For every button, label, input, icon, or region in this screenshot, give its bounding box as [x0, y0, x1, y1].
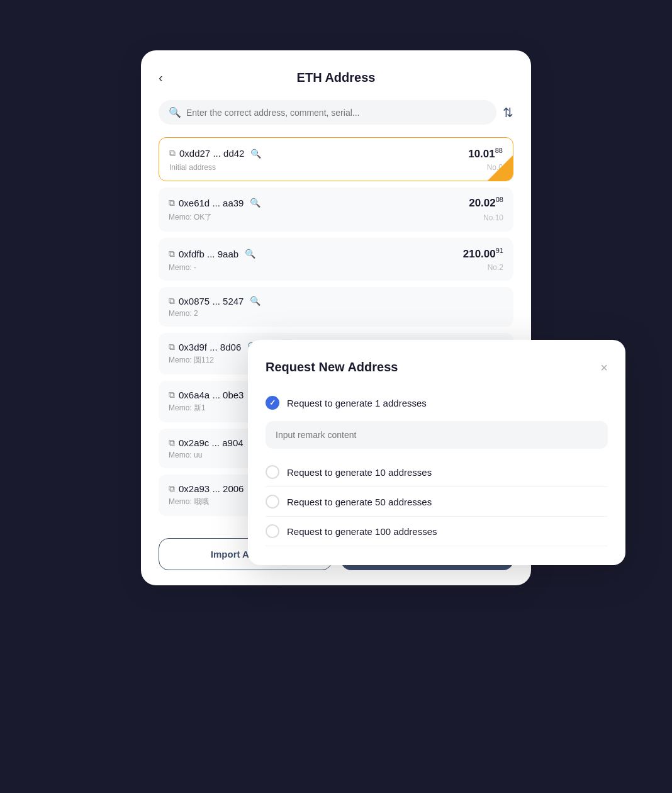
memo-row: Memo: 2: [169, 309, 503, 318]
divider: [266, 486, 608, 487]
address-left: ⧉ 0xfdfb ... 9aab 🔍: [169, 249, 255, 259]
search-address-icon[interactable]: 🔍: [250, 296, 260, 306]
memo-text: Memo: 哦哦: [169, 497, 209, 507]
memo-row: Initial address No.0: [169, 163, 503, 172]
radio-circle: [266, 465, 279, 479]
amount-value: 20.0208: [469, 197, 503, 209]
address-row: ⧉ 0xdd27 ... dd42 🔍 10.0188: [169, 147, 503, 160]
address-row: ⧉ 0xfdfb ... 9aab 🔍 210.0091: [169, 247, 503, 261]
active-corner-tag: [488, 155, 513, 181]
copy-icon[interactable]: ⧉: [169, 198, 175, 208]
back-button[interactable]: ‹: [159, 70, 163, 85]
address-row: ⧉ 0xe61d ... aa39 🔍 20.0208: [169, 196, 503, 210]
radio-option[interactable]: Request to generate 10 addresses: [266, 459, 608, 485]
radio-option[interactable]: Request to generate 50 addresses: [266, 488, 608, 515]
memo-text: Memo: OK了: [169, 212, 212, 223]
filter-icon[interactable]: ⇅: [503, 105, 513, 120]
address-left: ⧉ 0xe61d ... aa39 🔍: [169, 198, 260, 208]
search-address-icon[interactable]: 🔍: [250, 149, 261, 159]
address-item[interactable]: ⧉ 0xe61d ... aa39 🔍 20.0208 Memo: OK了 No…: [159, 188, 513, 232]
address-item[interactable]: ⧉ 0x0875 ... 5247 🔍 Memo: 2: [159, 287, 513, 327]
address-item[interactable]: ⧉ 0xdd27 ... dd42 🔍 10.0188 Initial addr…: [159, 137, 513, 181]
modal-options: Request to generate 1 addresses Request …: [266, 390, 608, 546]
main-container: ‹ ETH Address 🔍 ⇅ ⧉ 0xdd27 ... dd42 🔍 10…: [122, 50, 550, 743]
address-text: 0x2a9c ... a904: [179, 437, 244, 448]
no-label: No.10: [483, 213, 503, 222]
memo-text: Memo: 2: [169, 309, 198, 318]
memo-text: Initial address: [169, 163, 216, 172]
page-title: ETH Address: [297, 70, 376, 85]
modal-title: Request New Address: [266, 360, 398, 374]
card-header: ‹ ETH Address: [159, 70, 513, 85]
copy-icon[interactable]: ⧉: [169, 483, 175, 494]
address-left: ⧉ 0x0875 ... 5247 🔍: [169, 296, 260, 307]
copy-icon[interactable]: ⧉: [169, 148, 176, 159]
address-text: 0x2a93 ... 2006: [179, 483, 244, 494]
amount-block: 210.0091: [463, 247, 503, 261]
amount-block: 20.0208: [469, 196, 503, 210]
radio-option[interactable]: Request to generate 100 addresses: [266, 518, 608, 544]
address-text: 0xfdfb ... 9aab: [179, 249, 238, 259]
copy-icon[interactable]: ⧉: [169, 342, 175, 352]
modal-close-button[interactable]: ×: [600, 361, 608, 374]
address-text: 0x0875 ... 5247: [179, 296, 244, 307]
address-left: ⧉ 0x6a4a ... 0be3 🔍: [169, 390, 260, 400]
address-text: 0x3d9f ... 8d06: [179, 342, 241, 352]
address-left: ⧉ 0xdd27 ... dd42 🔍: [169, 148, 261, 159]
divider: [266, 516, 608, 517]
search-address-icon[interactable]: 🔍: [245, 249, 255, 259]
radio-label: Request to generate 10 addresses: [287, 467, 432, 478]
copy-icon[interactable]: ⧉: [169, 249, 175, 259]
address-item[interactable]: ⧉ 0xfdfb ... 9aab 🔍 210.0091 Memo: - No.…: [159, 238, 513, 281]
copy-icon[interactable]: ⧉: [169, 296, 175, 307]
address-left: ⧉ 0x2a9c ... a904 🔍: [169, 437, 260, 448]
address-text: 0x6a4a ... 0be3: [179, 390, 244, 400]
memo-text: Memo: 圆112: [169, 355, 214, 366]
search-row: 🔍 ⇅: [159, 100, 513, 125]
address-text: 0xe61d ... aa39: [179, 198, 244, 208]
no-label: No.2: [488, 263, 503, 272]
amount-value: 210.0091: [463, 248, 503, 260]
search-bar: 🔍: [159, 100, 496, 125]
address-text: 0xdd27 ... dd42: [179, 148, 244, 159]
radio-label: Request to generate 100 addresses: [287, 526, 437, 537]
address-left: ⧉ 0x3d9f ... 8d06 🔍: [169, 342, 258, 352]
memo-text: Memo: -: [169, 263, 196, 272]
address-left: ⧉ 0x2a93 ... 2006 🔍: [169, 483, 260, 494]
remark-input[interactable]: [266, 421, 608, 449]
search-input[interactable]: [186, 108, 486, 118]
radio-circle: [266, 396, 279, 410]
address-row: ⧉ 0x0875 ... 5247 🔍: [169, 296, 503, 307]
radio-label: Request to generate 1 addresses: [287, 398, 427, 408]
divider: [266, 546, 608, 546]
modal-header: Request New Address ×: [266, 360, 608, 374]
copy-icon[interactable]: ⧉: [169, 437, 175, 448]
memo-row: Memo: - No.2: [169, 263, 503, 272]
radio-option[interactable]: Request to generate 1 addresses: [266, 390, 608, 416]
copy-icon[interactable]: ⧉: [169, 390, 175, 400]
memo-text: Memo: 新1: [169, 403, 206, 413]
search-address-icon[interactable]: 🔍: [250, 198, 260, 208]
radio-label: Request to generate 50 addresses: [287, 497, 432, 507]
memo-row: Memo: OK了 No.10: [169, 212, 503, 223]
search-icon: 🔍: [169, 106, 181, 118]
radio-circle: [266, 495, 279, 509]
memo-text: Memo: uu: [169, 451, 202, 459]
request-address-modal: Request New Address × Request to generat…: [248, 340, 625, 565]
radio-circle: [266, 524, 279, 538]
